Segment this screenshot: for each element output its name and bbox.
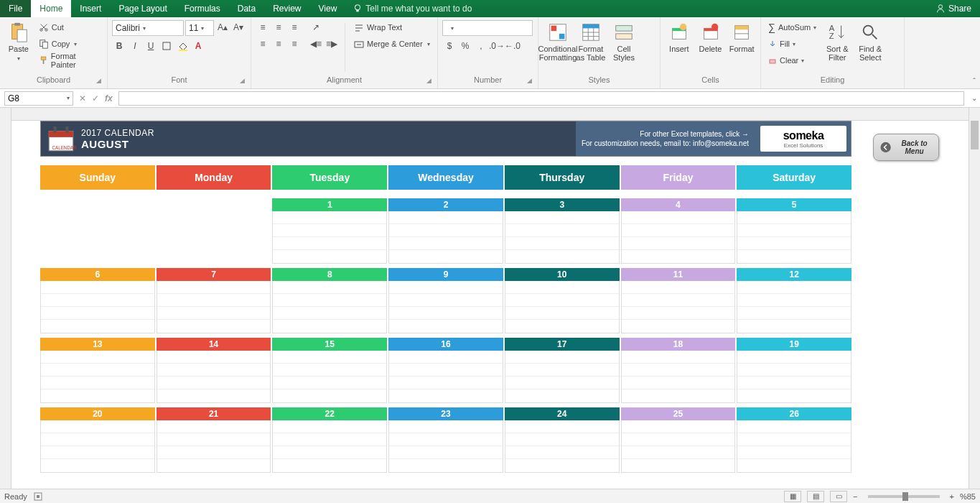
- calendar-cell[interactable]: 6: [40, 268, 155, 333]
- calendar-cell[interactable]: 21: [157, 407, 271, 473]
- calendar-cell[interactable]: 13: [40, 338, 155, 403]
- font-name-combo[interactable]: Calibri▾: [112, 20, 184, 36]
- calendar-cell[interactable]: 23: [388, 407, 503, 473]
- zoom-slider[interactable]: [868, 495, 940, 498]
- align-right-button[interactable]: ≡: [287, 37, 302, 51]
- calendar-cell[interactable]: 4: [621, 198, 736, 264]
- border-button[interactable]: [159, 39, 174, 53]
- tab-home[interactable]: Home: [31, 0, 71, 17]
- zoom-out[interactable]: −: [853, 492, 857, 501]
- font-color-button[interactable]: A: [191, 39, 205, 53]
- calendar-cell[interactable]: 25: [621, 407, 736, 473]
- indent-dec-button[interactable]: ◀≡: [309, 37, 323, 51]
- row-headers[interactable]: [0, 108, 11, 489]
- expand-fx[interactable]: ⌄: [969, 94, 980, 102]
- calendar-cell[interactable]: 16: [388, 338, 503, 403]
- tab-view[interactable]: View: [310, 0, 346, 17]
- calendar-cell[interactable]: 22: [272, 407, 387, 473]
- view-pagebreak[interactable]: ▭: [830, 491, 847, 502]
- align-left-button[interactable]: ≡: [256, 37, 270, 51]
- number-format-combo[interactable]: ▾: [442, 20, 533, 36]
- vertical-scrollbar[interactable]: [969, 108, 980, 489]
- calendar-cell[interactable]: 14: [157, 338, 271, 403]
- format-painter-button[interactable]: Format Painter: [36, 53, 103, 68]
- calendar-cell[interactable]: 17: [505, 338, 620, 403]
- shrink-font-button[interactable]: A▾: [231, 20, 246, 34]
- calendar-cell[interactable]: 10: [505, 268, 620, 333]
- calendar-cell[interactable]: 12: [737, 268, 851, 333]
- align-middle-button[interactable]: ≡: [271, 20, 286, 34]
- sort-filter-button[interactable]: AZSort & Filter: [822, 20, 852, 75]
- find-select-button[interactable]: Find & Select: [855, 20, 885, 75]
- font-launcher[interactable]: ◢: [240, 77, 245, 84]
- zoom-in[interactable]: +: [950, 492, 954, 501]
- italic-button[interactable]: I: [128, 39, 142, 53]
- tab-data[interactable]: Data: [229, 0, 264, 17]
- tab-review[interactable]: Review: [264, 0, 309, 17]
- paste-button[interactable]: Paste ▾: [4, 20, 33, 75]
- collapse-ribbon[interactable]: ˆ: [973, 77, 976, 86]
- align-center-button[interactable]: ≡: [271, 37, 286, 51]
- back-to-menu-button[interactable]: Back to Menu: [873, 134, 939, 161]
- font-size-combo[interactable]: 11▾: [185, 20, 214, 36]
- cancel-fx[interactable]: ✕: [79, 93, 86, 103]
- calendar-cell[interactable]: 5: [737, 198, 851, 264]
- align-bottom-button[interactable]: ≡: [287, 20, 302, 34]
- insert-cells-button[interactable]: Insert: [665, 20, 694, 75]
- delete-cells-button[interactable]: Delete: [696, 20, 725, 75]
- indent-inc-button[interactable]: ≡▶: [325, 37, 339, 51]
- calendar-cell[interactable]: 9: [388, 268, 503, 333]
- calendar-cell[interactable]: 2: [388, 198, 503, 264]
- conditional-formatting-button[interactable]: Conditional Formatting: [543, 20, 573, 75]
- alignment-launcher[interactable]: ◢: [426, 77, 431, 84]
- dec-decimal-button[interactable]: ←.0: [505, 39, 520, 53]
- tab-page-layout[interactable]: Page Layout: [110, 0, 175, 17]
- tab-formulas[interactable]: Formulas: [176, 0, 229, 17]
- calendar-cell[interactable]: 18: [621, 338, 736, 403]
- wrap-text-button[interactable]: Wrap Text: [351, 20, 433, 34]
- underline-button[interactable]: U: [144, 39, 158, 53]
- autosum-button[interactable]: ∑AutoSum▾: [765, 20, 819, 34]
- format-cells-button[interactable]: Format: [727, 20, 756, 75]
- clear-button[interactable]: Clear▾: [765, 53, 819, 68]
- someka-logo[interactable]: someka Excel Solutions: [760, 126, 846, 152]
- cut-button[interactable]: Cut: [36, 20, 103, 34]
- clipboard-launcher[interactable]: ◢: [96, 77, 101, 84]
- formula-input[interactable]: [118, 91, 964, 106]
- accounting-button[interactable]: $: [442, 39, 457, 53]
- orientation-button[interactable]: ↗: [309, 20, 323, 34]
- percent-button[interactable]: %: [458, 39, 472, 53]
- calendar-cell[interactable]: 19: [737, 338, 851, 403]
- fx-icon[interactable]: fx: [105, 93, 113, 103]
- tab-insert[interactable]: Insert: [71, 0, 110, 17]
- calendar-cell[interactable]: 8: [272, 268, 387, 333]
- calendar-cell[interactable]: [40, 198, 155, 264]
- calendar-cell[interactable]: 15: [272, 338, 387, 403]
- calendar-cell[interactable]: 24: [505, 407, 620, 473]
- calendar-cell[interactable]: 7: [157, 268, 271, 333]
- copy-button[interactable]: Copy▾: [36, 37, 103, 51]
- grow-font-button[interactable]: A▴: [215, 20, 230, 34]
- name-box[interactable]: G8▾: [4, 91, 73, 106]
- view-layout[interactable]: ▤: [807, 491, 824, 502]
- share-button[interactable]: Share: [935, 4, 980, 14]
- merge-center-button[interactable]: Merge & Center▾: [351, 37, 433, 51]
- calendar-cell[interactable]: 11: [621, 268, 736, 333]
- col-headers[interactable]: [0, 108, 969, 121]
- tab-file[interactable]: File: [0, 0, 31, 17]
- view-normal[interactable]: ▦: [784, 491, 801, 502]
- format-as-table-button[interactable]: Format as Table: [576, 20, 606, 75]
- inc-decimal-button[interactable]: .0→: [490, 39, 504, 53]
- calendar-cell[interactable]: 20: [40, 407, 155, 473]
- calendar-cell[interactable]: 26: [737, 407, 851, 473]
- bold-button[interactable]: B: [112, 39, 126, 53]
- fill-button[interactable]: Fill▾: [765, 37, 819, 51]
- fill-color-button[interactable]: [175, 39, 190, 53]
- calendar-cell[interactable]: 1: [272, 198, 387, 264]
- cell-styles-button[interactable]: Cell Styles: [609, 20, 639, 75]
- calendar-cell[interactable]: 3: [505, 198, 620, 264]
- tell-me[interactable]: Tell me what you want to do: [353, 4, 472, 14]
- zoom-level[interactable]: %85: [960, 492, 976, 501]
- enter-fx[interactable]: ✓: [92, 93, 99, 103]
- calendar-cell[interactable]: [157, 198, 271, 264]
